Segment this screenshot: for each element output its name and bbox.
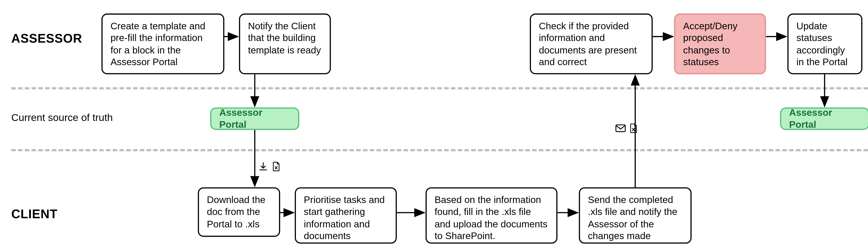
arrows-layer xyxy=(0,0,868,248)
